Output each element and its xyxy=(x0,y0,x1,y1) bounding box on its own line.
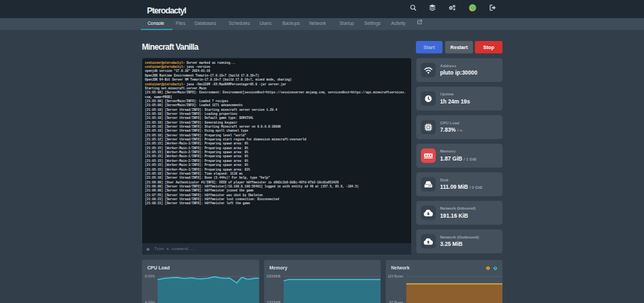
svg-text:1000MiB: 1000MiB xyxy=(266,300,280,303)
svg-text:2000MiB: 2000MiB xyxy=(266,274,280,278)
svg-text:4.00%: 4.00% xyxy=(145,300,155,303)
svg-text:60 Bytes: 60 Bytes xyxy=(390,300,404,303)
svg-text:120 Bytes: 120 Bytes xyxy=(388,274,404,278)
svg-text:8.00%: 8.00% xyxy=(145,274,155,278)
